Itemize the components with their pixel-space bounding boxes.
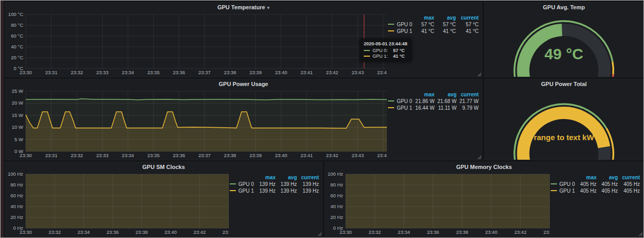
legend-column-header: current	[298, 174, 320, 181]
tooltip-timestamp: 2020-05-01 23:44:48	[364, 41, 408, 46]
svg-text:23:32: 23:32	[71, 152, 83, 158]
legend-gpu-power-usage: maxavgcurrentGPU 021.86 W21.68 W21.77 WG…	[387, 88, 482, 111]
svg-text:23:34: 23:34	[398, 229, 410, 235]
legend-column-header: max	[255, 174, 276, 181]
legend-value: 21.77 W	[457, 98, 480, 105]
legend-series-name[interactable]: GPU 0	[387, 98, 413, 105]
panel-title-text: GPU SM Clocks	[142, 164, 185, 170]
svg-text:23:43: 23:43	[351, 152, 364, 158]
svg-text:23:32: 23:32	[369, 229, 381, 235]
svg-text:80 Hz: 80 Hz	[10, 182, 23, 188]
legend-value: 139 Hz	[277, 188, 298, 194]
legend-gpu-memory-clocks: maxavgcurrentGPU 0405 Hz405 Hz405 HzGPU …	[550, 171, 643, 194]
legend-value: 57 °C	[435, 21, 457, 28]
svg-text:23:44: 23:44	[223, 229, 229, 235]
legend-value: 405 Hz	[598, 188, 619, 194]
legend-value: 139 Hz	[277, 181, 298, 188]
svg-text:23:34: 23:34	[78, 229, 90, 235]
panel-gpu-power-total: GPU Power Total range to text kW	[484, 79, 643, 160]
svg-text:23:42: 23:42	[326, 70, 338, 75]
legend-value: 405 Hz	[619, 188, 641, 194]
svg-text:15 W: 15 W	[12, 112, 23, 118]
svg-text:range to text kW: range to text kW	[534, 133, 595, 142]
legend-column-header: current	[619, 174, 641, 181]
legend-value: 405 Hz	[576, 188, 598, 194]
panel-resize-handle[interactable]	[477, 155, 481, 159]
legend-column-header: avg	[277, 174, 298, 181]
svg-text:25 W: 25 W	[12, 88, 23, 94]
svg-text:23:36: 23:36	[107, 229, 119, 235]
svg-text:23:38: 23:38	[135, 229, 148, 235]
panel-title-text: GPU Temperature	[217, 4, 265, 10]
panel-title-gpu-sm-clocks[interactable]: GPU SM Clocks	[5, 162, 322, 171]
panel-title-gpu-temperature[interactable]: GPU Temperature▾	[5, 3, 482, 11]
legend-row: GPU 1405 Hz405 Hz405 Hz	[550, 188, 641, 194]
legend-column-header: avg	[435, 14, 457, 21]
series-color-dash-icon	[364, 50, 370, 51]
svg-text:23:36: 23:36	[427, 229, 439, 235]
svg-text:23:39: 23:39	[249, 152, 262, 158]
panel-gpu-temperature: GPU Temperature▾ 0 °C20 °C40 °C60 °C80 °…	[5, 2, 482, 77]
svg-text:23:42: 23:42	[514, 229, 527, 235]
legend-series-name[interactable]: GPU 1	[550, 188, 577, 194]
panel-title-gpu-power-usage[interactable]: GPU Power Usage	[5, 79, 482, 88]
svg-text:23:44: 23:44	[544, 229, 550, 235]
legend-series-name[interactable]: GPU 1	[387, 105, 413, 111]
panel-title-gpu-avg-temp[interactable]: GPU Avg. Temp	[485, 3, 643, 11]
gpu-power-usage-chart[interactable]: 0 W5 W10 W15 W20 W25 W23:3023:3123:3223:…	[5, 88, 387, 160]
legend-gpu-sm-clocks: maxavgcurrentGPU 0139 Hz139 Hz139 HzGPU …	[229, 171, 322, 194]
legend-value: 41 °C	[457, 28, 480, 35]
legend-column-header: max	[576, 174, 598, 181]
legend-column-header: current	[457, 91, 480, 98]
svg-text:23:34: 23:34	[122, 70, 134, 75]
svg-text:60 Hz: 60 Hz	[330, 193, 343, 198]
svg-text:100 Hz: 100 Hz	[8, 171, 23, 177]
grafana-dashboard: GPU Temperature▾ 0 °C20 °C40 °C60 °C80 °…	[0, 0, 644, 238]
legend-column-header: max	[414, 91, 436, 98]
legend-row: GPU 021.86 W21.68 W21.77 W	[387, 98, 480, 105]
panel-resize-handle[interactable]	[317, 232, 321, 236]
panel-gpu-avg-temp: GPU Avg. Temp 49 °C	[484, 2, 643, 77]
panel-gpu-sm-clocks: GPU SM Clocks 0 Hz20 Hz40 Hz60 Hz80 Hz10…	[5, 162, 323, 237]
legend-gpu-temperature: maxavgcurrentGPU 057 °C57 °C57 °CGPU 141…	[387, 11, 482, 35]
svg-text:23:40: 23:40	[275, 70, 287, 75]
svg-text:40 Hz: 40 Hz	[10, 203, 23, 209]
panel-resize-handle[interactable]	[477, 72, 481, 76]
svg-text:23:40: 23:40	[164, 229, 177, 235]
series-color-dash-icon	[230, 183, 236, 184]
legend-value: 57 °C	[414, 21, 435, 28]
gpu-sm-clocks-chart[interactable]: 0 Hz20 Hz40 Hz60 Hz80 Hz100 Hz23:3023:32…	[5, 171, 229, 236]
svg-text:10 W: 10 W	[12, 124, 23, 130]
svg-text:23:37: 23:37	[198, 152, 211, 158]
legend-column-header: avg	[435, 91, 457, 98]
gpu-memory-clocks-chart[interactable]: 0 Hz20 Hz40 Hz60 Hz80 Hz100 Hz23:3023:32…	[325, 171, 550, 236]
svg-text:40 Hz: 40 Hz	[330, 203, 343, 209]
svg-text:100 °C: 100 °C	[8, 11, 23, 17]
svg-text:23:33: 23:33	[96, 70, 109, 75]
panel-title-gpu-memory-clocks[interactable]: GPU Memory Clocks	[325, 162, 643, 171]
svg-text:23:36: 23:36	[173, 70, 185, 75]
legend-series-name[interactable]: GPU 0	[229, 181, 256, 188]
legend-series-name[interactable]: GPU 0	[550, 181, 577, 188]
legend-series-name[interactable]: GPU 1	[229, 188, 256, 194]
gpu-temperature-chart[interactable]: 0 °C20 °C40 °C60 °C80 °C100 °C23:3023:31…	[5, 11, 387, 77]
series-color-dash-icon	[388, 24, 394, 25]
svg-text:60 °C: 60 °C	[11, 33, 23, 39]
legend-value: 9.79 W	[457, 105, 480, 111]
panel-title-gpu-power-total[interactable]: GPU Power Total	[485, 79, 643, 88]
svg-text:23:33: 23:33	[96, 152, 109, 158]
legend-value: 21.68 W	[435, 98, 457, 105]
series-color-dash-icon	[388, 30, 394, 31]
window-left-edge	[1, 1, 4, 238]
legend-row: GPU 141 °C41 °C41 °C	[387, 28, 480, 35]
legend-value: 405 Hz	[619, 181, 641, 188]
svg-text:23:30: 23:30	[20, 229, 32, 235]
legend-series-name[interactable]: GPU 1	[387, 28, 414, 35]
legend-row: GPU 0139 Hz139 Hz139 Hz	[229, 181, 320, 188]
legend-series-name[interactable]: GPU 0	[387, 21, 414, 28]
svg-text:49 °C: 49 °C	[545, 45, 583, 62]
svg-text:80 Hz: 80 Hz	[330, 182, 343, 188]
panel-gpu-power-usage: GPU Power Usage 0 W5 W10 W15 W20 W25 W23…	[5, 79, 482, 160]
panel-resize-handle[interactable]	[638, 232, 642, 236]
svg-text:23:34: 23:34	[122, 152, 134, 158]
